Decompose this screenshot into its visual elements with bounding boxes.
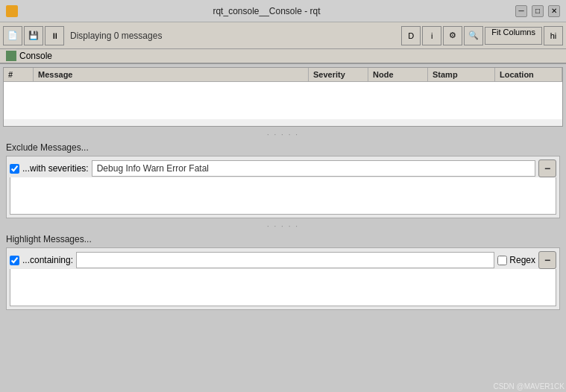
col-node: Node: [368, 68, 428, 81]
minimize-button[interactable]: ─: [515, 5, 527, 17]
highlight-title: Highlight Messages...: [6, 234, 560, 244]
highlight-minus-button[interactable]: −: [538, 251, 556, 269]
extra-button[interactable]: hi: [544, 26, 563, 45]
d-button[interactable]: D: [401, 26, 421, 45]
table-header: # Message Severity Node Stamp Location: [4, 68, 562, 82]
highlight-checkbox[interactable]: [10, 256, 19, 265]
save-button[interactable]: 💾: [24, 26, 43, 45]
exclude-checkbox[interactable]: [10, 164, 19, 174]
filter-icon-button[interactable]: 🔍: [464, 26, 483, 45]
info-button[interactable]: i: [422, 26, 441, 45]
exclude-label: ...with severities:: [22, 163, 89, 174]
regex-check: Regex: [497, 255, 535, 265]
regex-label: Regex: [509, 255, 535, 265]
watermark: CSDN @MAVER1CK: [493, 382, 565, 391]
highlight-row: ...containing: Regex −: [10, 251, 556, 269]
new-document-button[interactable]: 📄: [3, 26, 22, 45]
title-bar: rqt_console__Console - rqt ─ □ ✕: [0, 0, 566, 22]
table-body: [4, 82, 562, 119]
divider-1: · · · · ·: [0, 130, 566, 139]
regex-checkbox[interactable]: [497, 256, 507, 265]
pause-button[interactable]: ⏸: [45, 26, 64, 45]
col-severity: Severity: [309, 68, 368, 81]
severity-field[interactable]: Debug Info Warn Error Fatal: [92, 160, 535, 177]
console-tab-label: Console: [19, 51, 52, 61]
console-icon: [6, 51, 16, 61]
console-tab[interactable]: Console: [0, 49, 566, 64]
highlight-label: ...containing:: [22, 255, 73, 265]
col-message: Message: [34, 68, 309, 81]
highlight-section: Highlight Messages... ...containing: Reg…: [6, 234, 560, 310]
maximize-button[interactable]: □: [532, 5, 544, 17]
containing-input[interactable]: [76, 252, 494, 268]
message-count: Displaying 0 messages: [70, 31, 162, 41]
toolbar: 📄 💾 ⏸ Displaying 0 messages D i ⚙ 🔍 Fit …: [0, 22, 566, 49]
exclude-section: Exclude Messages... ...with severities: …: [6, 142, 560, 218]
window-controls: ─ □ ✕: [515, 5, 560, 17]
message-table: # Message Severity Node Stamp Location: [3, 67, 563, 127]
title-bar-icon: [6, 5, 18, 17]
toolbar-right: D i ⚙ 🔍 Fit Columns hi: [401, 26, 563, 45]
close-button[interactable]: ✕: [548, 5, 560, 17]
col-stamp: Stamp: [428, 68, 495, 81]
highlight-content: ...containing: Regex −: [6, 247, 560, 310]
divider-2: · · · · ·: [0, 221, 566, 231]
exclude-minus-button[interactable]: −: [538, 159, 556, 177]
col-number: #: [4, 68, 34, 81]
window-title: rqt_console__Console - rqt: [18, 6, 515, 16]
exclude-extra-area: [10, 177, 556, 215]
exclude-title: Exclude Messages...: [6, 142, 560, 153]
highlight-extra-area: [10, 269, 556, 306]
exclude-row: ...with severities: Debug Info Warn Erro…: [10, 159, 556, 177]
exclude-content: ...with severities: Debug Info Warn Erro…: [6, 156, 560, 218]
main-window: 📄 💾 ⏸ Displaying 0 messages D i ⚙ 🔍 Fit …: [0, 22, 566, 392]
settings-button[interactable]: ⚙: [443, 26, 462, 45]
fit-columns-button[interactable]: Fit Columns: [485, 27, 542, 45]
col-location: Location: [495, 68, 562, 81]
